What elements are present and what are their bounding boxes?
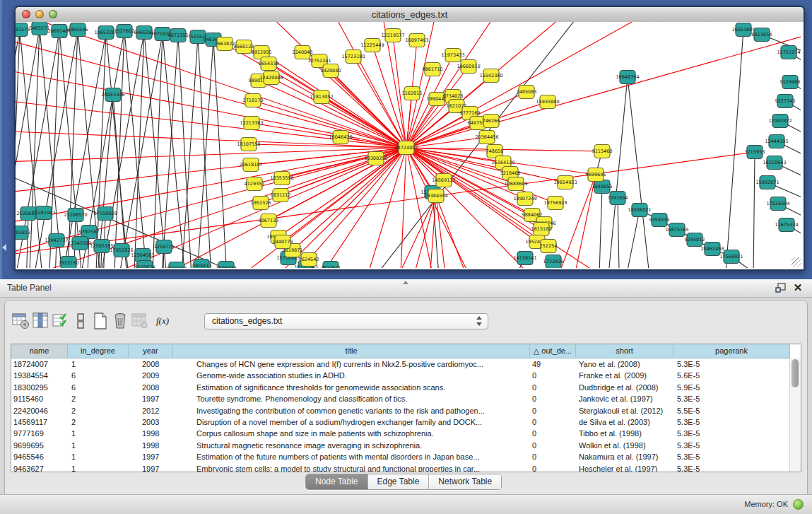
graph-node[interactable]: 9245012 xyxy=(685,233,705,247)
graph-node[interactable]: 7624541 xyxy=(321,262,341,269)
graph-edge[interactable] xyxy=(721,30,743,268)
import-table-icon[interactable] xyxy=(52,312,70,330)
table-row[interactable]: 969969511998Structural magnetic resonanc… xyxy=(11,440,801,451)
graph-node[interactable]: 1952326 xyxy=(251,197,271,210)
graph-node[interactable]: 7291904 xyxy=(608,192,628,205)
graph-node[interactable]: 19756928 xyxy=(543,197,567,210)
graph-node[interactable]: 746266 xyxy=(483,115,500,128)
graph-node[interactable]: 5405571 xyxy=(30,22,50,35)
column-header-name[interactable]: name xyxy=(11,344,68,358)
row-options-icon[interactable] xyxy=(71,312,90,330)
graph-node[interactable]: 8605974 xyxy=(167,262,187,269)
graph-node[interactable]: 2681573 xyxy=(16,23,30,37)
table-row[interactable]: 1872400712008Changes of HCN gene express… xyxy=(11,358,801,370)
create-column-icon[interactable] xyxy=(91,312,110,330)
graph-node[interactable]: 1654338 xyxy=(259,57,279,71)
table-row[interactable]: 911546021997Tourette syndrome. Phenomeno… xyxy=(11,393,801,404)
graph-node[interactable]: 13942737 xyxy=(45,234,68,247)
graph-node[interactable]: 12219577 xyxy=(381,29,404,42)
network-canvas[interactable]: 2681573540557120691406946554610653287152… xyxy=(16,22,804,269)
graph-node[interactable]: 14136141 xyxy=(513,252,536,265)
column-header-short[interactable]: short xyxy=(576,344,673,358)
graph-node[interactable]: 9699695 xyxy=(586,168,606,182)
memory-ok-indicator[interactable] xyxy=(793,499,804,510)
graph-edge[interactable] xyxy=(628,77,656,268)
graph-edge[interactable] xyxy=(613,210,640,268)
graph-node[interactable]: 1527602 xyxy=(114,25,135,38)
citation-network-graph[interactable]: 2681573540557120691406946554610653287152… xyxy=(16,22,801,268)
graph-node[interactable]: 16097493 xyxy=(405,34,428,47)
graph-node[interactable]: 2718170 xyxy=(243,94,264,107)
graph-node[interactable]: 1733426 xyxy=(543,255,564,269)
graph-node[interactable]: 252254 xyxy=(540,240,558,253)
graph-node[interactable]: 1440779 xyxy=(273,235,293,249)
column-header-title[interactable]: title xyxy=(173,344,530,358)
graph-node[interactable]: 15723180 xyxy=(341,50,365,64)
graph-node[interactable]: 16648794 xyxy=(616,71,639,84)
table-vertical-scrollbar[interactable] xyxy=(789,358,801,472)
window-titlebar[interactable]: citations_edges.txt xyxy=(16,7,804,23)
graph-node[interactable]: 20618107 xyxy=(239,158,262,172)
graph-node[interactable]: 18036021 xyxy=(628,204,651,217)
graph-node[interactable]: 17016504 xyxy=(766,197,789,211)
graph-node[interactable]: 3215953 xyxy=(745,146,765,159)
column-header-in_degree[interactable]: in_degree xyxy=(68,344,129,358)
network-view-window[interactable]: citations_edges.txt 26815735405571206914… xyxy=(14,6,805,271)
collapse-west-panel-icon[interactable] xyxy=(2,244,6,251)
graph-edge[interactable] xyxy=(406,22,622,148)
graph-edge[interactable] xyxy=(406,148,602,151)
graph-node[interactable]: 18107550 xyxy=(237,138,260,151)
graph-node[interactable]: 20364456 xyxy=(475,131,498,144)
graph-node[interactable]: 18907249 xyxy=(513,192,536,206)
table-row[interactable]: 2242004622012Investigating the contribut… xyxy=(11,405,801,416)
graph-node[interactable]: 9359339 xyxy=(649,214,670,227)
graph-node[interactable]: 4671355 xyxy=(168,29,189,42)
graph-node[interactable]: 1506329 xyxy=(216,262,237,269)
graph-node[interactable]: 7485083 xyxy=(517,86,537,99)
column-header-out_de[interactable]: △ out_de... xyxy=(530,344,576,358)
table-row[interactable]: 1830029562008Estimation of significance … xyxy=(11,382,801,393)
graph-node[interactable]: 4129357 xyxy=(245,177,265,191)
table-source-dropdown[interactable]: citations_edges.txt xyxy=(204,313,488,329)
graph-node[interactable]: 9861710 xyxy=(423,63,443,76)
graph-node[interactable]: 2925180 xyxy=(59,257,79,269)
graph-node[interactable]: 8813054 xyxy=(752,28,772,42)
graph-edge[interactable] xyxy=(597,187,602,268)
graph-node[interactable]: 9115460 xyxy=(592,145,613,158)
graph-node[interactable]: 15542380 xyxy=(479,69,502,83)
panel-divider-handle[interactable] xyxy=(403,281,408,284)
graph-node[interactable]: 19660910 xyxy=(457,60,480,74)
graph-edge[interactable] xyxy=(102,34,163,268)
graph-node[interactable]: 16210643 xyxy=(763,156,786,170)
float-panel-icon[interactable] xyxy=(775,283,787,293)
table-row[interactable]: 1456911722003Disruption of a novel membe… xyxy=(11,416,801,428)
function-builder-icon[interactable]: f(x) xyxy=(153,312,172,330)
graph-edge[interactable] xyxy=(618,198,620,268)
graph-node[interactable]: 17159928 xyxy=(93,207,117,221)
table-row[interactable]: 977716911998Corpus callosum shape and si… xyxy=(11,428,801,439)
graph-node[interactable]: 7624542 xyxy=(299,253,319,267)
scrollbar-thumb[interactable] xyxy=(792,359,799,387)
graph-edge[interactable] xyxy=(406,148,452,268)
table-row[interactable]: 946554611997Estimation of the future num… xyxy=(11,451,801,462)
graph-node[interactable]: 1216771 xyxy=(154,240,175,254)
graph-node[interactable]: 1420040 xyxy=(321,64,341,78)
graph-node[interactable]: 9227343 xyxy=(775,95,796,108)
table-row[interactable]: 946362711997Embryonic stem cells: a mode… xyxy=(11,463,801,472)
graph-node[interactable]: 19654923 xyxy=(553,176,577,189)
graph-node[interactable]: 15935880 xyxy=(536,95,559,109)
graph-edge[interactable] xyxy=(753,152,755,268)
table-settings-icon[interactable] xyxy=(12,312,30,330)
close-panel-icon[interactable]: ✕ xyxy=(792,281,804,295)
delete-column-icon[interactable] xyxy=(111,312,129,330)
graph-edge[interactable] xyxy=(436,196,481,268)
tab-edge-table[interactable]: Edge Table xyxy=(368,474,430,489)
graph-node[interactable]: 1615182 xyxy=(531,223,552,236)
graph-node[interactable]: 9129966 xyxy=(780,76,801,89)
graph-node[interactable]: 11225449 xyxy=(360,39,384,52)
graph-node[interactable]: 11973433 xyxy=(441,49,464,62)
graph-edge[interactable] xyxy=(375,196,436,268)
graph-node[interactable]: 2905813 xyxy=(192,259,212,269)
graph-node[interactable]: 1831212 xyxy=(271,189,291,202)
column-header-pagerank[interactable]: pagerank xyxy=(673,344,790,358)
